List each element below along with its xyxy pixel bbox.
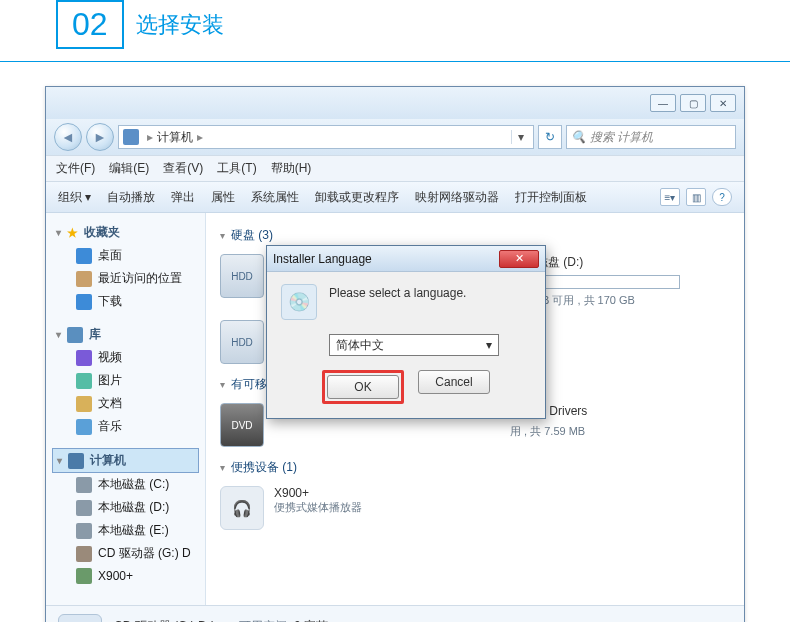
sidebar-favorites-header[interactable]: ▾★收藏夹 (52, 221, 199, 244)
dvd-icon: DVD (220, 403, 264, 447)
sidebar-item-downloads[interactable]: 下载 (52, 290, 199, 313)
toolbar: 组织 ▾ 自动播放 弹出 属性 系统属性 卸载或更改程序 映射网络驱动器 打开控… (46, 182, 744, 213)
sidebar-item-drive-e[interactable]: 本地磁盘 (E:) (52, 519, 199, 542)
menu-file[interactable]: 文件(F) (56, 160, 95, 177)
breadcrumb-sep: ▸ (197, 130, 203, 144)
picture-icon (76, 373, 92, 389)
menubar: 文件(F) 编辑(E) 查看(V) 工具(T) 帮助(H) (46, 155, 744, 182)
computer-icon (123, 129, 139, 145)
toolbar-organize[interactable]: 组织 ▾ (58, 189, 91, 206)
device-icon: 🎧 (220, 486, 264, 530)
window-body: ▾★收藏夹 桌面 最近访问的位置 下载 ▾库 视频 图片 文档 音乐 ▾计算机 … (46, 213, 744, 605)
sidebar-item-drive-c[interactable]: 本地磁盘 (C:) (52, 473, 199, 496)
search-placeholder: 搜索 计算机 (590, 129, 653, 146)
drive-stat: 用 , 共 7.59 MB (510, 424, 730, 439)
toolbar-control-panel[interactable]: 打开控制面板 (515, 189, 587, 206)
minimize-button[interactable]: — (650, 94, 676, 112)
divider (0, 61, 790, 62)
hdd-icon (76, 523, 92, 539)
menu-view[interactable]: 查看(V) (163, 160, 203, 177)
dialog-title: Installer Language (273, 252, 372, 266)
hdd-icon: HDD (220, 254, 264, 298)
sidebar-item-video[interactable]: 视频 (52, 346, 199, 369)
sidebar-item-device[interactable]: X900+ (52, 565, 199, 587)
sidebar-item-pictures[interactable]: 图片 (52, 369, 199, 392)
cd-icon (76, 546, 92, 562)
toolbar-eject[interactable]: 弹出 (171, 189, 195, 206)
sidebar-libraries-header[interactable]: ▾库 (52, 323, 199, 346)
sidebar-item-desktop[interactable]: 桌面 (52, 244, 199, 267)
library-icon (67, 327, 83, 343)
installer-icon: 💿 (281, 284, 317, 320)
hdd-icon (76, 477, 92, 493)
help-button[interactable]: ? (712, 188, 732, 206)
step-header: 02 选择安装 (0, 0, 790, 61)
device-icon (76, 568, 92, 584)
menu-help[interactable]: 帮助(H) (271, 160, 312, 177)
hdd-icon: HDD (220, 320, 264, 364)
device-name: X900+ (274, 486, 362, 500)
star-icon: ★ (67, 226, 78, 240)
language-selected: 简体中文 (336, 337, 384, 354)
toolbar-autoplay[interactable]: 自动播放 (107, 189, 155, 206)
preview-pane-button[interactable]: ▥ (686, 188, 706, 206)
cancel-button[interactable]: Cancel (418, 370, 490, 394)
back-button[interactable]: ◄ (54, 123, 82, 151)
explorer-window: — ▢ ✕ ◄ ► ▸ 计算机 ▸ ▾ ↻ 🔍 搜索 计算机 文件(F) 编辑(… (45, 86, 745, 622)
chevron-down-icon: ▾ (486, 338, 492, 352)
download-icon (76, 294, 92, 310)
breadcrumb-dropdown[interactable]: ▾ (511, 130, 529, 144)
toolbar-properties[interactable]: 属性 (211, 189, 235, 206)
sidebar-item-music[interactable]: 音乐 (52, 415, 199, 438)
recent-icon (76, 271, 92, 287)
search-icon: 🔍 (571, 130, 586, 144)
status-text: CD 驱动器 (G:) Drivers 可用空间: 0 字节 CD 驱动器 总大… (114, 618, 328, 622)
computer-icon (68, 453, 84, 469)
document-icon (76, 396, 92, 412)
dialog-message: Please select a language. (329, 284, 531, 300)
music-icon (76, 419, 92, 435)
menu-edit[interactable]: 编辑(E) (109, 160, 149, 177)
dialog-body: 💿 Please select a language. 简体中文 ▾ OK (267, 272, 545, 418)
section-harddisk[interactable]: ▾硬盘 (3) (220, 227, 730, 244)
sidebar-item-documents[interactable]: 文档 (52, 392, 199, 415)
language-select[interactable]: 简体中文 ▾ (329, 334, 499, 356)
sidebar-libraries: ▾库 视频 图片 文档 音乐 (52, 323, 199, 438)
portable-device[interactable]: 🎧 X900+ 便携式媒体播放器 (220, 486, 730, 530)
sidebar-item-cd-drive[interactable]: CD 驱动器 (G:) D (52, 542, 199, 565)
toolbar-map-drive[interactable]: 映射网络驱动器 (415, 189, 499, 206)
sidebar-item-drive-d[interactable]: 本地磁盘 (D:) (52, 496, 199, 519)
device-desc: 便携式媒体播放器 (274, 500, 362, 515)
language-select-wrap: 简体中文 ▾ (329, 334, 531, 356)
toolbar-uninstall[interactable]: 卸载或更改程序 (315, 189, 399, 206)
step-number: 02 (56, 0, 124, 49)
content-pane: ▾硬盘 (3) HDD 本地磁盘 (C:) 88.2 GB 可用 , 共 100… (206, 213, 744, 605)
sidebar-computer-header[interactable]: ▾计算机 (52, 448, 199, 473)
hdd-icon (76, 500, 92, 516)
statusbar: 💿 CD 驱动器 (G:) Drivers 可用空间: 0 字节 CD 驱动器 … (46, 605, 744, 622)
breadcrumb-root[interactable]: 计算机 (157, 129, 193, 146)
step-title: 选择安装 (136, 10, 224, 40)
dialog-titlebar[interactable]: Installer Language ✕ (267, 246, 545, 272)
sidebar-item-recent[interactable]: 最近访问的位置 (52, 267, 199, 290)
nav-row: ◄ ► ▸ 计算机 ▸ ▾ ↻ 🔍 搜索 计算机 (46, 119, 744, 155)
chevron-down-icon: ▾ (220, 462, 225, 473)
toolbar-system-properties[interactable]: 系统属性 (251, 189, 299, 206)
dialog-close-button[interactable]: ✕ (499, 250, 539, 268)
titlebar: — ▢ ✕ (46, 87, 744, 119)
view-mode-button[interactable]: ≡▾ (660, 188, 680, 206)
search-input[interactable]: 🔍 搜索 计算机 (566, 125, 736, 149)
sidebar-favorites: ▾★收藏夹 桌面 最近访问的位置 下载 (52, 221, 199, 313)
menu-tools[interactable]: 工具(T) (217, 160, 256, 177)
installer-language-dialog: Installer Language ✕ 💿 Please select a l… (266, 245, 546, 419)
refresh-button[interactable]: ↻ (538, 125, 562, 149)
section-portable[interactable]: ▾便携设备 (1) (220, 459, 730, 476)
sidebar: ▾★收藏夹 桌面 最近访问的位置 下载 ▾库 视频 图片 文档 音乐 ▾计算机 … (46, 213, 206, 605)
forward-button[interactable]: ► (86, 123, 114, 151)
ok-button[interactable]: OK (327, 375, 399, 399)
close-button[interactable]: ✕ (710, 94, 736, 112)
maximize-button[interactable]: ▢ (680, 94, 706, 112)
breadcrumb[interactable]: ▸ 计算机 ▸ ▾ (118, 125, 534, 149)
cd-drive-icon: 💿 (58, 614, 102, 622)
video-icon (76, 350, 92, 366)
